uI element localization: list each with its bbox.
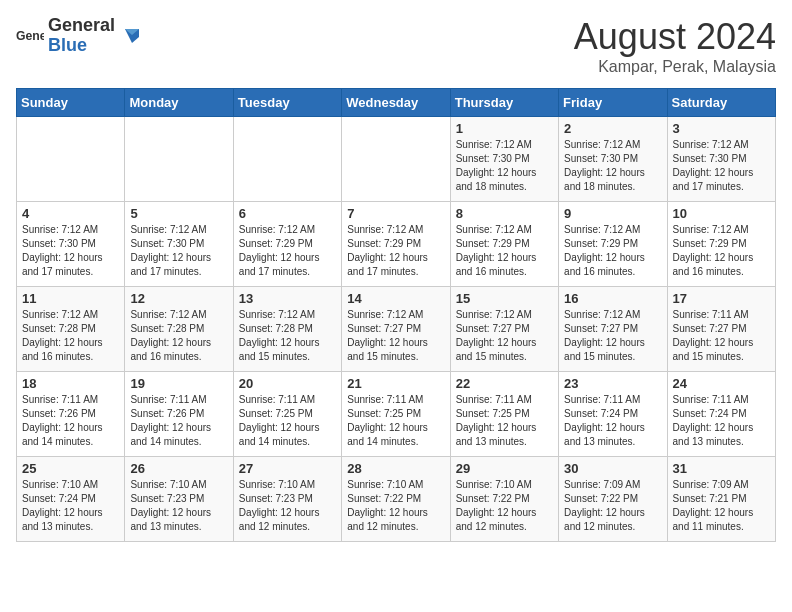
day-info: Sunrise: 7:10 AM Sunset: 7:23 PM Dayligh…	[239, 478, 336, 534]
day-info: Sunrise: 7:12 AM Sunset: 7:28 PM Dayligh…	[130, 308, 227, 364]
calendar-cell: 5Sunrise: 7:12 AM Sunset: 7:30 PM Daylig…	[125, 202, 233, 287]
day-info: Sunrise: 7:11 AM Sunset: 7:27 PM Dayligh…	[673, 308, 770, 364]
calendar-cell: 1Sunrise: 7:12 AM Sunset: 7:30 PM Daylig…	[450, 117, 558, 202]
day-info: Sunrise: 7:12 AM Sunset: 7:27 PM Dayligh…	[456, 308, 553, 364]
calendar-week-row: 1Sunrise: 7:12 AM Sunset: 7:30 PM Daylig…	[17, 117, 776, 202]
logo-general-text: General	[48, 16, 115, 36]
location-subtitle: Kampar, Perak, Malaysia	[574, 58, 776, 76]
day-number: 17	[673, 291, 770, 306]
calendar-cell: 15Sunrise: 7:12 AM Sunset: 7:27 PM Dayli…	[450, 287, 558, 372]
day-number: 13	[239, 291, 336, 306]
day-number: 10	[673, 206, 770, 221]
calendar-week-row: 18Sunrise: 7:11 AM Sunset: 7:26 PM Dayli…	[17, 372, 776, 457]
svg-text:General: General	[16, 28, 44, 42]
day-number: 21	[347, 376, 444, 391]
weekday-header-friday: Friday	[559, 89, 667, 117]
day-info: Sunrise: 7:09 AM Sunset: 7:21 PM Dayligh…	[673, 478, 770, 534]
day-info: Sunrise: 7:12 AM Sunset: 7:29 PM Dayligh…	[347, 223, 444, 279]
calendar-cell: 26Sunrise: 7:10 AM Sunset: 7:23 PM Dayli…	[125, 457, 233, 542]
day-number: 28	[347, 461, 444, 476]
calendar-cell: 14Sunrise: 7:12 AM Sunset: 7:27 PM Dayli…	[342, 287, 450, 372]
calendar-cell: 16Sunrise: 7:12 AM Sunset: 7:27 PM Dayli…	[559, 287, 667, 372]
logo-arrow-icon	[121, 23, 143, 45]
day-number: 3	[673, 121, 770, 136]
calendar-cell: 10Sunrise: 7:12 AM Sunset: 7:29 PM Dayli…	[667, 202, 775, 287]
day-number: 4	[22, 206, 119, 221]
day-info: Sunrise: 7:11 AM Sunset: 7:26 PM Dayligh…	[130, 393, 227, 449]
weekday-header-thursday: Thursday	[450, 89, 558, 117]
day-number: 22	[456, 376, 553, 391]
day-info: Sunrise: 7:12 AM Sunset: 7:29 PM Dayligh…	[673, 223, 770, 279]
day-number: 15	[456, 291, 553, 306]
day-number: 5	[130, 206, 227, 221]
day-number: 29	[456, 461, 553, 476]
day-info: Sunrise: 7:12 AM Sunset: 7:29 PM Dayligh…	[239, 223, 336, 279]
day-number: 14	[347, 291, 444, 306]
calendar-cell: 11Sunrise: 7:12 AM Sunset: 7:28 PM Dayli…	[17, 287, 125, 372]
calendar-cell: 19Sunrise: 7:11 AM Sunset: 7:26 PM Dayli…	[125, 372, 233, 457]
day-info: Sunrise: 7:11 AM Sunset: 7:25 PM Dayligh…	[456, 393, 553, 449]
day-number: 26	[130, 461, 227, 476]
day-info: Sunrise: 7:09 AM Sunset: 7:22 PM Dayligh…	[564, 478, 661, 534]
day-number: 16	[564, 291, 661, 306]
calendar-cell: 2Sunrise: 7:12 AM Sunset: 7:30 PM Daylig…	[559, 117, 667, 202]
day-number: 6	[239, 206, 336, 221]
day-info: Sunrise: 7:12 AM Sunset: 7:30 PM Dayligh…	[130, 223, 227, 279]
day-number: 1	[456, 121, 553, 136]
weekday-header-monday: Monday	[125, 89, 233, 117]
page-header: General General Blue August 2024 Kampar,…	[16, 16, 776, 76]
day-info: Sunrise: 7:12 AM Sunset: 7:30 PM Dayligh…	[456, 138, 553, 194]
day-number: 9	[564, 206, 661, 221]
weekday-header-saturday: Saturday	[667, 89, 775, 117]
day-info: Sunrise: 7:12 AM Sunset: 7:27 PM Dayligh…	[564, 308, 661, 364]
weekday-header-tuesday: Tuesday	[233, 89, 341, 117]
calendar-cell: 4Sunrise: 7:12 AM Sunset: 7:30 PM Daylig…	[17, 202, 125, 287]
calendar-table: SundayMondayTuesdayWednesdayThursdayFrid…	[16, 88, 776, 542]
calendar-cell: 25Sunrise: 7:10 AM Sunset: 7:24 PM Dayli…	[17, 457, 125, 542]
day-info: Sunrise: 7:11 AM Sunset: 7:26 PM Dayligh…	[22, 393, 119, 449]
calendar-cell: 6Sunrise: 7:12 AM Sunset: 7:29 PM Daylig…	[233, 202, 341, 287]
day-number: 7	[347, 206, 444, 221]
day-number: 12	[130, 291, 227, 306]
day-info: Sunrise: 7:10 AM Sunset: 7:22 PM Dayligh…	[347, 478, 444, 534]
logo: General General Blue	[16, 16, 143, 56]
calendar-cell: 29Sunrise: 7:10 AM Sunset: 7:22 PM Dayli…	[450, 457, 558, 542]
day-info: Sunrise: 7:10 AM Sunset: 7:23 PM Dayligh…	[130, 478, 227, 534]
calendar-cell	[125, 117, 233, 202]
day-number: 8	[456, 206, 553, 221]
calendar-cell: 9Sunrise: 7:12 AM Sunset: 7:29 PM Daylig…	[559, 202, 667, 287]
day-info: Sunrise: 7:11 AM Sunset: 7:25 PM Dayligh…	[239, 393, 336, 449]
calendar-cell: 23Sunrise: 7:11 AM Sunset: 7:24 PM Dayli…	[559, 372, 667, 457]
day-number: 19	[130, 376, 227, 391]
day-info: Sunrise: 7:12 AM Sunset: 7:30 PM Dayligh…	[673, 138, 770, 194]
calendar-cell: 21Sunrise: 7:11 AM Sunset: 7:25 PM Dayli…	[342, 372, 450, 457]
calendar-cell: 20Sunrise: 7:11 AM Sunset: 7:25 PM Dayli…	[233, 372, 341, 457]
calendar-cell: 24Sunrise: 7:11 AM Sunset: 7:24 PM Dayli…	[667, 372, 775, 457]
calendar-cell: 18Sunrise: 7:11 AM Sunset: 7:26 PM Dayli…	[17, 372, 125, 457]
weekday-header-row: SundayMondayTuesdayWednesdayThursdayFrid…	[17, 89, 776, 117]
day-number: 2	[564, 121, 661, 136]
calendar-week-row: 25Sunrise: 7:10 AM Sunset: 7:24 PM Dayli…	[17, 457, 776, 542]
day-info: Sunrise: 7:10 AM Sunset: 7:22 PM Dayligh…	[456, 478, 553, 534]
day-number: 20	[239, 376, 336, 391]
day-number: 24	[673, 376, 770, 391]
day-info: Sunrise: 7:12 AM Sunset: 7:27 PM Dayligh…	[347, 308, 444, 364]
calendar-cell: 3Sunrise: 7:12 AM Sunset: 7:30 PM Daylig…	[667, 117, 775, 202]
calendar-cell	[342, 117, 450, 202]
calendar-week-row: 11Sunrise: 7:12 AM Sunset: 7:28 PM Dayli…	[17, 287, 776, 372]
calendar-body: 1Sunrise: 7:12 AM Sunset: 7:30 PM Daylig…	[17, 117, 776, 542]
logo-icon: General	[16, 22, 44, 50]
calendar-cell: 17Sunrise: 7:11 AM Sunset: 7:27 PM Dayli…	[667, 287, 775, 372]
calendar-cell	[233, 117, 341, 202]
month-year-title: August 2024	[574, 16, 776, 58]
day-info: Sunrise: 7:12 AM Sunset: 7:30 PM Dayligh…	[564, 138, 661, 194]
weekday-header-wednesday: Wednesday	[342, 89, 450, 117]
day-number: 30	[564, 461, 661, 476]
weekday-header-sunday: Sunday	[17, 89, 125, 117]
day-number: 25	[22, 461, 119, 476]
calendar-cell: 22Sunrise: 7:11 AM Sunset: 7:25 PM Dayli…	[450, 372, 558, 457]
day-info: Sunrise: 7:11 AM Sunset: 7:24 PM Dayligh…	[564, 393, 661, 449]
day-number: 23	[564, 376, 661, 391]
calendar-cell: 27Sunrise: 7:10 AM Sunset: 7:23 PM Dayli…	[233, 457, 341, 542]
logo-blue-text: Blue	[48, 36, 115, 56]
